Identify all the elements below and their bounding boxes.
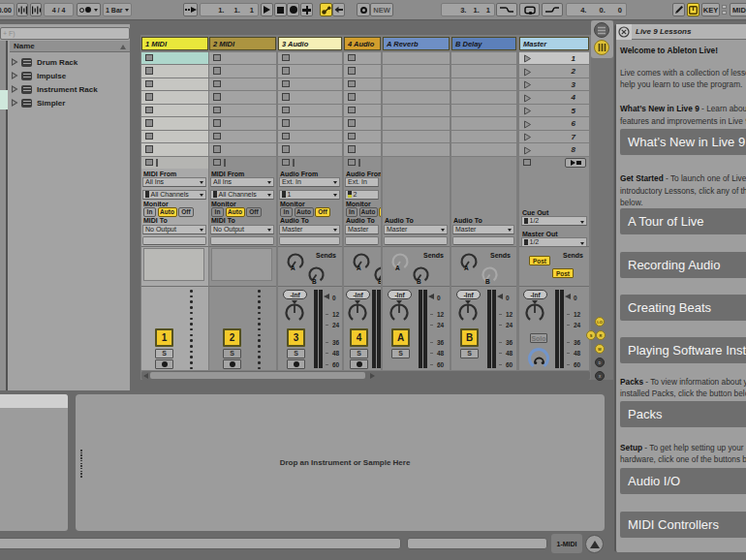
input-channel-chooser[interactable]: All Channels bbox=[142, 190, 206, 200]
output-channel-chooser[interactable] bbox=[384, 236, 448, 246]
clip-slot[interactable] bbox=[278, 52, 342, 66]
midi-map-button[interactable]: MIDI bbox=[730, 3, 746, 16]
monitor-off-button[interactable]: Off bbox=[246, 207, 262, 217]
track-activator-button[interactable]: A bbox=[391, 328, 410, 347]
monitor-in-button[interactable]: In bbox=[346, 207, 357, 217]
output-chooser[interactable]: Master bbox=[345, 225, 379, 234]
clip-stop-icon[interactable] bbox=[282, 80, 290, 88]
clip-slot[interactable] bbox=[141, 117, 208, 131]
output-chooser[interactable]: No Output bbox=[210, 225, 274, 234]
lesson-button-audio-i-o[interactable]: Audio I/O bbox=[620, 468, 746, 494]
track-stop-icon[interactable] bbox=[145, 159, 153, 167]
browser-item-simpler[interactable]: Simpler bbox=[10, 96, 130, 109]
record-button[interactable] bbox=[287, 3, 299, 16]
volume-handle[interactable] bbox=[565, 294, 571, 299]
scene-play-icon[interactable] bbox=[523, 107, 532, 115]
clip-slot[interactable] bbox=[451, 143, 516, 157]
show-returns-toggle[interactable]: R bbox=[596, 330, 606, 340]
volume-handle[interactable] bbox=[497, 294, 503, 299]
automation-arm-button[interactable] bbox=[320, 3, 332, 16]
computer-midi-keyboard-button[interactable] bbox=[687, 3, 699, 16]
track-stop-icon[interactable] bbox=[348, 159, 356, 167]
clip-slot[interactable] bbox=[451, 131, 516, 144]
volume-handle[interactable] bbox=[324, 294, 329, 299]
solo-button[interactable]: S bbox=[350, 349, 368, 358]
clip-stop-icon[interactable] bbox=[145, 93, 153, 101]
clip-slot[interactable] bbox=[278, 143, 342, 157]
track-header[interactable]: 4 Audio bbox=[344, 37, 381, 50]
track-stop-icon[interactable] bbox=[523, 159, 531, 167]
input-type-chooser[interactable]: Ext. In bbox=[345, 177, 379, 187]
punch-in-button[interactable] bbox=[496, 3, 517, 16]
scene-slot[interactable]: 2 bbox=[519, 65, 589, 78]
draw-mode-button[interactable] bbox=[672, 3, 685, 16]
clip-slot[interactable] bbox=[344, 143, 381, 157]
lesson-button-a-tour-of-live[interactable]: A Tour of Live bbox=[620, 208, 746, 234]
peak-level-display[interactable]: -Inf bbox=[283, 290, 307, 299]
clip-slot[interactable] bbox=[344, 52, 381, 66]
arm-button[interactable] bbox=[350, 359, 368, 369]
clip-slot[interactable] bbox=[209, 131, 276, 144]
clip-slot[interactable] bbox=[278, 65, 342, 78]
tempo-display[interactable]: 120.00 bbox=[0, 3, 15, 16]
show-mixer-toggle[interactable]: M bbox=[595, 344, 605, 354]
clip-stop-icon[interactable] bbox=[282, 54, 290, 62]
clip-slot[interactable] bbox=[383, 131, 450, 144]
clip-stop-icon[interactable] bbox=[145, 119, 153, 127]
clip-stop-icon[interactable] bbox=[213, 54, 221, 62]
expand-icon[interactable] bbox=[11, 72, 18, 79]
track-header[interactable]: A Reverb bbox=[383, 37, 450, 50]
arm-button[interactable] bbox=[287, 359, 305, 369]
clip-slot[interactable] bbox=[344, 117, 381, 131]
loop-length-display[interactable]: 4. 0. 0 bbox=[566, 3, 627, 16]
track-header[interactable]: 3 Audio bbox=[278, 37, 342, 50]
clip-slot[interactable] bbox=[209, 91, 276, 105]
clip-stop-icon[interactable] bbox=[145, 54, 153, 62]
clip-slot[interactable] bbox=[141, 143, 208, 157]
send-b-pre-post-toggle[interactable]: Post bbox=[552, 268, 574, 278]
clip-slot[interactable] bbox=[209, 78, 276, 92]
clip-slot[interactable] bbox=[278, 91, 342, 105]
clip-slot[interactable] bbox=[451, 65, 516, 78]
scene-slot[interactable]: 6 bbox=[519, 117, 589, 131]
track-activator-button[interactable]: 3 bbox=[287, 328, 305, 347]
scrollbar-thumb[interactable] bbox=[150, 372, 365, 379]
track-header[interactable]: 1 MIDI bbox=[141, 37, 208, 50]
clip-slot[interactable] bbox=[209, 105, 276, 118]
clip-stop-icon[interactable] bbox=[145, 80, 153, 88]
lesson-button-recording-audio[interactable]: Recording Audio bbox=[620, 252, 746, 278]
clip-stop-icon[interactable] bbox=[282, 145, 290, 153]
scene-play-icon[interactable] bbox=[523, 133, 532, 141]
session-horizontal-scrollbar[interactable] bbox=[141, 371, 590, 380]
lesson-button-playing-software-instruments[interactable]: Playing Software Instruments bbox=[620, 337, 746, 363]
time-signature-display[interactable]: 4 / 4 bbox=[44, 3, 74, 16]
scene-slot[interactable]: 4 bbox=[519, 91, 589, 105]
track-activator-button[interactable]: 4 bbox=[350, 328, 368, 347]
clip-slot[interactable] bbox=[141, 65, 208, 78]
monitor-off-button[interactable]: Off bbox=[379, 207, 381, 217]
track-stop-icon[interactable] bbox=[213, 159, 221, 167]
play-button[interactable] bbox=[261, 3, 273, 16]
scene-slot[interactable]: 8 bbox=[519, 143, 589, 157]
arm-button[interactable] bbox=[155, 359, 173, 369]
track-header[interactable]: Master bbox=[519, 37, 589, 50]
solo-button[interactable]: Solo bbox=[530, 333, 547, 343]
stop-all-clips-button[interactable] bbox=[565, 158, 586, 168]
clip-slot[interactable] bbox=[451, 52, 516, 66]
key-map-button[interactable]: KEY bbox=[701, 3, 720, 16]
input-type-chooser[interactable]: Ext. In bbox=[279, 177, 340, 187]
peak-level-display[interactable]: -Inf bbox=[456, 290, 481, 299]
monitor-off-button[interactable]: Off bbox=[315, 207, 330, 217]
nudge-up-button[interactable] bbox=[30, 3, 42, 16]
input-channel-chooser[interactable]: All Channels bbox=[210, 190, 274, 200]
clip-slot[interactable] bbox=[383, 78, 450, 92]
clip-stop-icon[interactable] bbox=[348, 54, 356, 62]
lesson-button-creating-beats[interactable]: Creating Beats bbox=[620, 295, 746, 321]
clip-stop-icon[interactable] bbox=[348, 93, 356, 101]
device-drop-zone[interactable]: Drop an Instrument or Sample Here bbox=[89, 398, 601, 527]
input-channel-chooser[interactable]: 1 bbox=[279, 190, 340, 200]
input-type-chooser[interactable]: All Ins bbox=[142, 177, 206, 187]
solo-button[interactable]: S bbox=[223, 349, 241, 358]
track-header[interactable]: 2 MIDI bbox=[209, 37, 276, 50]
clip-stop-icon[interactable] bbox=[213, 80, 221, 88]
